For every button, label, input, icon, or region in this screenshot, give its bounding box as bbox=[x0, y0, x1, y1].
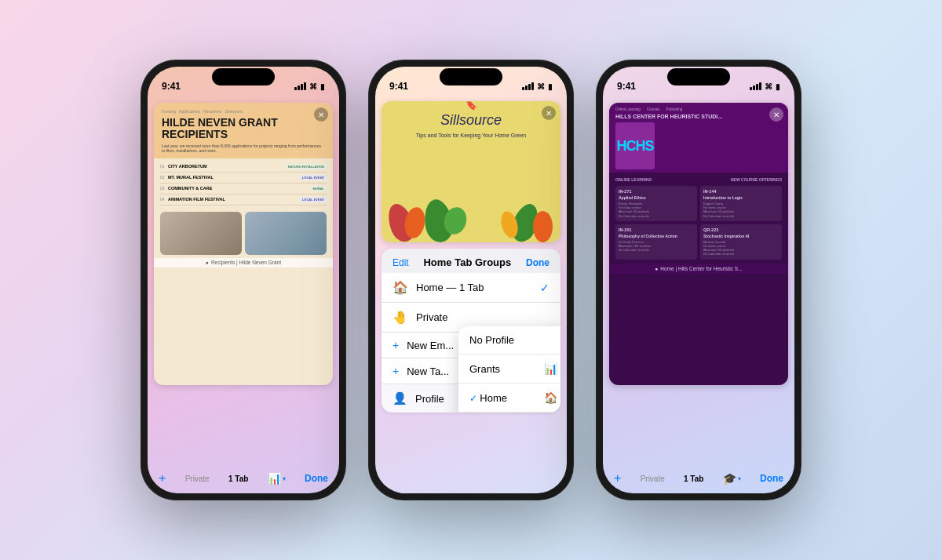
sill-subtitle: Tips and Tools for Keeping Your Home Gre… bbox=[382, 133, 560, 138]
phone-screen-3: 9:41 ⌘ ▮ ✕ Online Learning bbox=[603, 67, 794, 493]
plant-leaf-6 bbox=[533, 211, 553, 242]
tab-group-private[interactable]: 🤚 Private No Profile Grants 📊 ✓ Home bbox=[382, 303, 560, 333]
grants-nav: Funding Applications Recipients Selectio… bbox=[162, 109, 325, 114]
signal-bar-1 bbox=[294, 87, 297, 90]
close-icon-3: ✕ bbox=[773, 111, 780, 119]
plus-icon-new-from: + bbox=[392, 365, 399, 377]
battery-icon-2: ▮ bbox=[548, 82, 553, 91]
profile-dropdown: No Profile Grants 📊 ✓ Home 🏠 School bbox=[458, 326, 560, 413]
grant-image-1 bbox=[160, 212, 242, 255]
tab-group-home[interactable]: 🏠 Home — 1 Tab ✓ bbox=[382, 273, 560, 303]
wifi-icon-3: ⌘ bbox=[765, 82, 772, 91]
toolbar-plus-1[interactable]: + bbox=[159, 471, 166, 485]
tab-groups-done-btn[interactable]: Done bbox=[526, 257, 550, 268]
dropdown-home[interactable]: ✓ Home 🏠 bbox=[458, 384, 560, 413]
toolbar-done-3[interactable]: Done bbox=[760, 473, 783, 484]
hchs-section-header: ONLINE LEARNING NEW COURSE OFFERINGS bbox=[615, 177, 782, 182]
phone-3: 9:41 ⌘ ▮ ✕ Online Learning bbox=[597, 60, 801, 500]
toolbar-center-3: 1 Tab bbox=[684, 475, 703, 483]
profile-label: Profile bbox=[415, 393, 444, 405]
tab-groups-title: Home Tab Groups bbox=[423, 256, 511, 268]
hchs-tab-card: ✕ Online Learning Courses Publishing Hil… bbox=[609, 103, 788, 385]
phone3-content: ✕ Online Learning Courses Publishing Hil… bbox=[603, 100, 794, 493]
battery-icon-1: ▮ bbox=[320, 82, 325, 91]
new-empty-label: New Em... bbox=[407, 340, 454, 351]
grants-icon-dd: 📊 bbox=[544, 362, 557, 375]
time-3: 9:41 bbox=[617, 81, 636, 92]
hchs-school-name: Hills Center for Heuristic Studi... bbox=[615, 114, 782, 119]
battery-icon-3: ▮ bbox=[776, 82, 780, 91]
dropdown-no-profile[interactable]: No Profile bbox=[458, 326, 560, 355]
signal-bars-1 bbox=[294, 82, 306, 90]
sill-tab-card: ✕ 🔖 Sillsource Tips and Tools for Keepin… bbox=[382, 101, 560, 242]
grant-item-3: 03 COMMUNITY & CARE MURAL bbox=[160, 184, 327, 195]
time-2: 9:41 bbox=[389, 81, 408, 92]
new-from-label: New Ta... bbox=[407, 365, 449, 377]
close-button-2[interactable]: ✕ bbox=[542, 106, 556, 120]
tab-group-private-label: Private bbox=[416, 311, 550, 323]
chevron-down-icon-1: ▾ bbox=[283, 475, 286, 482]
toolbar-3: + Private 1 Tab 🎓 ▾ Done bbox=[603, 467, 794, 493]
sill-cover: Sillsource Tips and Tools for Keeping Yo… bbox=[382, 101, 560, 242]
toolbar-icons-1[interactable]: 📊 ▾ bbox=[268, 472, 286, 485]
dynamic-island-1 bbox=[212, 68, 275, 85]
sill-title: Sillsource bbox=[382, 112, 560, 129]
toolbar-left-1: Private bbox=[185, 475, 210, 483]
toolbar-left-3: Private bbox=[641, 475, 665, 483]
hand-icon-tg: 🤚 bbox=[392, 310, 408, 325]
phone-2: 9:41 ⌘ ▮ ✕ 🔖 bbox=[369, 60, 573, 500]
phone-screen-1: 9:41 ⌘ ▮ ✕ Funding bbox=[148, 67, 339, 493]
grants-subtitle: Last year, we received more than 8,000 a… bbox=[162, 144, 325, 154]
hchs-url-bar: ● Home | Hills Center for Heuristic S... bbox=[609, 264, 788, 274]
hchs-top-nav: Online Learning Courses Publishing bbox=[615, 107, 782, 111]
toolbar-1: + Private 1 Tab 📊 ▾ Done bbox=[148, 467, 339, 493]
status-icons-3: ⌘ ▮ bbox=[750, 82, 780, 91]
phone-1: 9:41 ⌘ ▮ ✕ Funding bbox=[141, 60, 345, 500]
phone2-content: ✕ 🔖 Sillsource Tips and Tools for Keepin… bbox=[375, 100, 567, 493]
hchs-course-2: IN-144 Introduction to Logic Eugene Lian… bbox=[700, 186, 782, 221]
toolbar-icons-3[interactable]: 🎓 ▾ bbox=[723, 472, 741, 485]
toolbar-plus-3[interactable]: + bbox=[614, 471, 621, 485]
grants-footer: ● Recipients | Hilde Neven Grant bbox=[154, 258, 333, 267]
tab-groups-edit-btn[interactable]: Edit bbox=[392, 257, 409, 268]
grants-icon-toolbar: 📊 bbox=[268, 472, 281, 485]
dynamic-island-2 bbox=[440, 68, 502, 85]
status-icons-1: ⌘ ▮ bbox=[294, 82, 325, 91]
signal-bar-4 bbox=[304, 82, 306, 90]
toolbar-done-1[interactable]: Done bbox=[305, 473, 328, 484]
close-button-1[interactable]: ✕ bbox=[314, 107, 328, 122]
status-icons-2: ⌘ ▮ bbox=[522, 82, 553, 91]
wifi-icon-2: ⌘ bbox=[537, 82, 545, 91]
signal-bars-3 bbox=[750, 82, 761, 90]
home-icon-tg: 🏠 bbox=[392, 280, 408, 295]
home-icon-dd: 🏠 bbox=[544, 391, 557, 404]
tab-group-home-label: Home — 1 Tab bbox=[416, 282, 534, 293]
time-1: 9:41 bbox=[162, 81, 181, 92]
check-icon-dd: ✓ bbox=[469, 393, 480, 404]
signal-bar-2 bbox=[298, 85, 300, 90]
hchs-header: Online Learning Courses Publishing Hills… bbox=[609, 103, 788, 173]
hchs-url-text: Home | Hills Center for Heuristic S... bbox=[660, 266, 742, 271]
sill-plants bbox=[382, 180, 560, 242]
plus-icon-new-empty: + bbox=[392, 339, 399, 351]
grant-image-2 bbox=[245, 212, 327, 255]
phone1-content: ✕ Funding Applications Recipients Select… bbox=[148, 100, 339, 493]
toolbar-center-1: 1 Tab bbox=[228, 475, 248, 483]
hchs-course-1: IN-271 Applied Ethics Emma HertzwickFirs… bbox=[615, 186, 697, 221]
grants-images bbox=[154, 209, 333, 258]
school-icon-toolbar: 🎓 bbox=[723, 472, 736, 485]
grants-title: HILDE NEVEN GRANT RECIPIENTS bbox=[162, 117, 325, 141]
grants-url: Recipients | Hilde Neven Grant bbox=[211, 260, 281, 265]
signal-bar-3 bbox=[301, 84, 303, 90]
grants-header: Funding Applications Recipients Selectio… bbox=[154, 103, 333, 158]
chevron-down-icon-3: ▾ bbox=[738, 475, 741, 482]
hchs-course-4: QR-223 Stochastic Inspiration AI Medivot… bbox=[700, 224, 782, 260]
hchs-course-grid: IN-271 Applied Ethics Emma HertzwickFirs… bbox=[615, 186, 782, 260]
close-icon-2: ✕ bbox=[546, 109, 552, 118]
close-button-3[interactable]: ✕ bbox=[769, 107, 783, 122]
hchs-course-3: IN-201 Philosophy of Collective Action D… bbox=[615, 224, 697, 260]
dropdown-grants[interactable]: Grants 📊 bbox=[458, 355, 560, 384]
hchs-logo-image: HCHS bbox=[615, 122, 655, 169]
phone-screen-2: 9:41 ⌘ ▮ ✕ 🔖 bbox=[375, 67, 567, 493]
wifi-icon-1: ⌘ bbox=[309, 82, 317, 91]
